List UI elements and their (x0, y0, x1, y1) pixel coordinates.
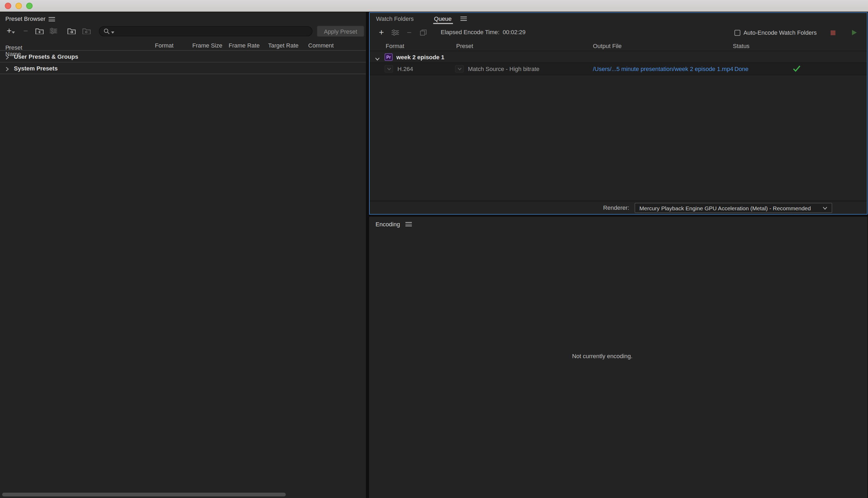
column-header-frame-size[interactable]: Frame Size (192, 42, 222, 49)
tree-item-system-presets[interactable]: System Presets (0, 63, 366, 74)
chevron-down-icon (12, 31, 15, 34)
job-status: Done (735, 66, 749, 72)
queue-panel: Watch Folders Queue + − (369, 12, 867, 214)
job-preset[interactable]: Match Source - High bitrate (468, 66, 539, 72)
column-header-output-file: Output File (593, 43, 622, 49)
column-header-frame-rate[interactable]: Frame Rate (229, 42, 259, 49)
column-header-preset: Preset (456, 43, 473, 49)
column-header-format: Format (386, 43, 404, 49)
panel-menu-icon[interactable] (406, 222, 412, 226)
sort-ascending-icon: ↑ (8, 44, 10, 51)
play-icon (852, 30, 856, 35)
renderer-label: Renderer: (603, 205, 629, 211)
horizontal-scrollbar-track[interactable] (0, 491, 366, 496)
stop-queue-button[interactable] (827, 28, 838, 37)
chevron-down-icon (458, 67, 461, 70)
panel-menu-icon[interactable] (49, 17, 55, 21)
column-header-status: Status (733, 43, 750, 49)
queue-group-row[interactable]: Pr week 2 episode 1 (370, 52, 867, 63)
close-window-button[interactable] (5, 3, 11, 9)
plus-icon: + (7, 27, 12, 35)
premiere-pro-badge: Pr (385, 53, 393, 61)
renderer-dropdown[interactable]: Mercury Playback Engine GPU Acceleration… (635, 203, 832, 213)
preset-search-box (99, 26, 312, 36)
success-check-icon (793, 65, 801, 73)
queue-toolbar: + − (370, 26, 867, 39)
chevron-right-icon[interactable] (5, 54, 9, 61)
preset-dropdown[interactable] (455, 65, 464, 73)
auto-encode-label: Auto-Encode Watch Folders (743, 29, 817, 36)
new-preset-button[interactable]: + (5, 26, 16, 36)
sliders-icon (392, 29, 399, 36)
column-header-target-rate[interactable]: Target Rate (268, 42, 298, 49)
renderer-bar: Renderer: Mercury Playback Engine GPU Ac… (370, 201, 867, 214)
apply-preset-button[interactable]: Apply Preset (317, 26, 364, 37)
preset-browser-column-headers: Preset Name ↑ Format Frame Size Frame Ra… (0, 40, 366, 51)
chevron-down-icon (822, 206, 827, 210)
tab-queue[interactable]: Queue (429, 13, 457, 25)
output-file-link[interactable]: /Users/...5 minute presentation/week 2 e… (593, 66, 733, 72)
duplicate-icon (420, 29, 426, 36)
queue-tab-bar: Watch Folders Queue (370, 13, 867, 25)
job-format[interactable]: H.264 (397, 66, 413, 72)
minus-icon: − (407, 29, 411, 36)
remove-item-button[interactable]: − (404, 28, 414, 37)
column-header-format[interactable]: Format (155, 42, 174, 49)
preset-browser-toolbar: + − (0, 24, 366, 39)
export-presets-button[interactable] (81, 26, 92, 36)
delete-preset-button[interactable]: − (20, 26, 31, 36)
queue-job-row[interactable]: H.264 Match Source - High bitrate /Users… (370, 63, 867, 75)
tab-watch-folders[interactable]: Watch Folders (371, 13, 419, 25)
horizontal-scrollbar-thumb[interactable] (2, 493, 286, 496)
elapsed-encode-value: 00:02:29 (503, 29, 526, 35)
preset-browser-title: Preset Browser (5, 15, 46, 22)
auto-encode-toggle[interactable]: Auto-Encode Watch Folders (735, 29, 817, 36)
preset-settings-button[interactable] (48, 26, 59, 36)
preset-search-input[interactable] (115, 28, 308, 35)
add-output-button[interactable] (390, 28, 400, 37)
plus-icon: + (379, 29, 384, 36)
renderer-value: Mercury Playback Engine GPU Acceleration… (639, 205, 822, 211)
preset-browser-header: Preset Browser (0, 12, 366, 23)
queue-column-headers: Format Preset Output File Status (370, 41, 867, 51)
encoding-status-message: Not currently encoding. (369, 353, 835, 359)
chevron-down-icon (387, 67, 391, 70)
chevron-right-icon[interactable] (5, 66, 9, 73)
column-header-comment[interactable]: Comment (308, 42, 334, 49)
elapsed-encode-time: Elapsed Encode Time:00:02:29 (441, 29, 526, 35)
sliders-icon (50, 28, 57, 34)
search-icon (104, 28, 110, 35)
workspace: Preset Browser + − (0, 12, 868, 498)
folder-import-icon (67, 28, 76, 34)
tree-item-label: User Presets & Groups (14, 53, 78, 60)
import-presets-button[interactable] (66, 26, 77, 36)
encoding-title: Encoding (375, 221, 400, 227)
source-name: week 2 episode 1 (396, 54, 444, 60)
encoding-panel: Encoding Not currently encoding. (369, 217, 867, 498)
tree-item-user-presets[interactable]: User Presets & Groups (0, 51, 366, 63)
encoding-header: Encoding (375, 221, 412, 227)
duplicate-button[interactable] (418, 28, 429, 37)
tree-item-label: System Presets (14, 65, 58, 71)
add-source-button[interactable]: + (376, 28, 387, 37)
chevron-down-icon[interactable] (375, 55, 380, 62)
start-queue-button[interactable] (849, 28, 859, 37)
format-dropdown[interactable] (385, 65, 393, 73)
minimize-window-button[interactable] (15, 3, 22, 9)
zoom-window-button[interactable] (26, 3, 33, 9)
preset-browser-panel: Preset Browser + − (0, 12, 366, 498)
search-options-chevron-icon[interactable] (111, 31, 114, 34)
panel-menu-icon[interactable] (460, 16, 467, 21)
macos-titlebar (0, 0, 868, 12)
auto-encode-checkbox[interactable] (735, 30, 740, 36)
new-preset-group-button[interactable] (34, 26, 45, 36)
folder-plus-icon (35, 28, 44, 34)
app-window: Preset Browser + − (0, 0, 868, 498)
stop-icon (830, 30, 835, 35)
minus-icon: − (23, 27, 28, 35)
folder-export-icon (82, 28, 91, 34)
